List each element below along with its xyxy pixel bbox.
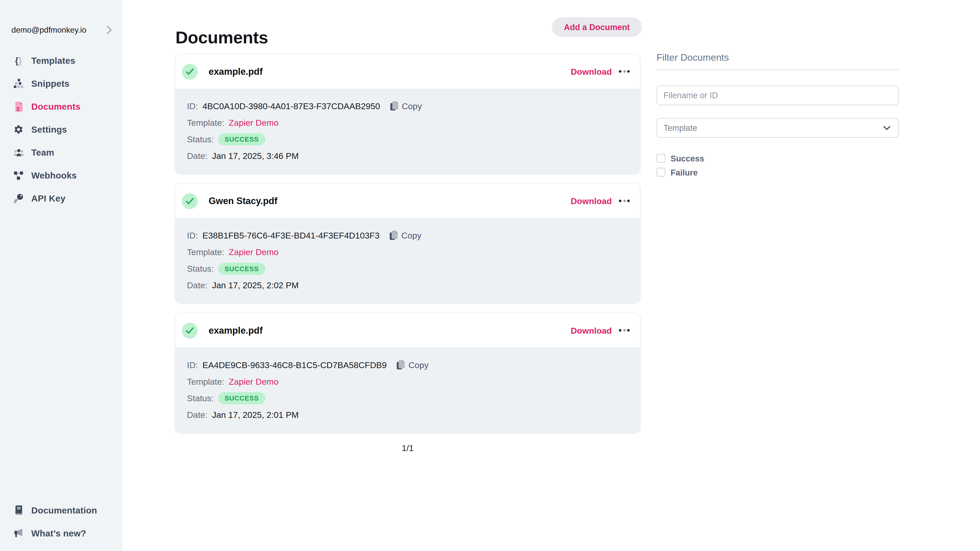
more-actions-menu[interactable] — [617, 197, 631, 205]
status-label: Status: — [187, 264, 214, 273]
sidebar-footer: Documentation What’s new? — [0, 499, 123, 545]
account-switcher[interactable]: demo@pdfmonkey.io — [11, 25, 112, 35]
failure-filter-row[interactable]: Failure — [657, 165, 899, 179]
copy-label: Copy — [402, 101, 422, 111]
copy-id-button[interactable]: Copy — [390, 101, 422, 111]
copy-label: Copy — [401, 230, 422, 240]
template-link[interactable]: Zapier Demo — [229, 247, 278, 257]
document-id-row: ID: E38B1FB5-76C6-4F3E-BD41-4F3EF4D103F3… — [187, 227, 628, 244]
document-card-header: Gwen Stacy.pdf Download — [176, 184, 640, 219]
sidebar-item-label: Team — [32, 148, 54, 158]
status-label: Status: — [187, 134, 214, 144]
template-label: Template: — [187, 247, 224, 257]
sidebar-item-label: Documents — [32, 102, 81, 112]
filter-divider — [657, 70, 899, 70]
id-label: ID: — [187, 230, 198, 240]
failure-checkbox-label: Failure — [671, 167, 698, 177]
sidebar-item-whats-new[interactable]: What’s new? — [0, 522, 123, 545]
document-card-header: example.pdf Download — [176, 313, 640, 348]
status-badge: SUCCESS — [218, 392, 265, 404]
document-date-row: Date: Jan 17, 2025, 2:02 PM — [187, 277, 628, 293]
copy-label: Copy — [408, 360, 428, 370]
sidebar-item-label: Templates — [32, 56, 76, 66]
sidebar-item-settings[interactable]: Settings — [0, 118, 123, 141]
status-badge: SUCCESS — [218, 262, 265, 275]
sidebar-item-label: Documentation — [32, 505, 97, 515]
template-select-value: Template — [663, 123, 883, 133]
id-label: ID: — [187, 101, 198, 111]
sidebar-item-snippets[interactable]: Snippets — [0, 72, 123, 95]
template-select[interactable]: Template — [657, 118, 899, 138]
success-check-icon — [182, 193, 198, 209]
sidebar-nav: {} Templates Snippets — [0, 49, 123, 210]
copy-icon — [396, 360, 405, 370]
sidebar-item-api-key[interactable]: API Key — [0, 187, 123, 210]
document-status-row: Status: SUCCESS — [187, 260, 628, 277]
account-email: demo@pdfmonkey.io — [11, 25, 107, 35]
status-label: Status: — [187, 393, 214, 403]
more-actions-menu[interactable] — [617, 68, 631, 75]
document-id: 4BC0A10D-3980-4A01-87E3-F37CDAAB2950 — [202, 101, 380, 111]
sidebar-item-documentation[interactable]: Documentation — [0, 499, 123, 522]
document-id-row: ID: 4BC0A10D-3980-4A01-87E3-F37CDAAB2950… — [187, 98, 628, 114]
success-check-icon — [182, 322, 198, 338]
document-date: Jan 17, 2025, 2:01 PM — [212, 410, 299, 419]
template-label: Template: — [187, 118, 224, 127]
document-card: example.pdf Download ID: EA4DE9CB-9633-4… — [176, 313, 640, 433]
success-checkbox[interactable] — [657, 154, 666, 163]
document-status-row: Status: SUCCESS — [187, 131, 628, 148]
team-icon — [13, 148, 24, 158]
date-label: Date: — [187, 410, 208, 419]
success-check-icon — [182, 64, 198, 79]
document-list: example.pdf Download ID: 4BC0A10D-3980-4… — [176, 54, 640, 433]
date-label: Date: — [187, 151, 208, 160]
copy-icon — [390, 101, 399, 111]
sidebar-item-label: Settings — [32, 124, 67, 135]
document-icon — [13, 102, 24, 112]
sidebar-item-documents[interactable]: Documents — [0, 95, 123, 118]
document-template-row: Template: Zapier Demo — [187, 244, 628, 260]
document-card-body: ID: E38B1FB5-76C6-4F3E-BD41-4F3EF4D103F3… — [176, 219, 640, 303]
more-actions-menu[interactable] — [617, 327, 631, 334]
copy-icon — [389, 230, 398, 241]
document-filename: Gwen Stacy.pdf — [209, 196, 277, 206]
pagination-indicator: 1/1 — [176, 443, 640, 453]
webhooks-icon — [13, 170, 24, 181]
page-title: Documents — [176, 28, 268, 48]
filter-panel: Filter Documents Template Success Failur… — [657, 52, 899, 179]
copy-id-button[interactable]: Copy — [389, 230, 422, 241]
megaphone-icon — [13, 528, 24, 538]
id-label: ID: — [187, 360, 198, 370]
document-id-row: ID: EA4DE9CB-9633-46C8-B1C5-CD7BA58CFDB9… — [187, 357, 628, 373]
status-filter-group: Success Failure — [657, 151, 899, 179]
status-badge: SUCCESS — [218, 133, 265, 145]
document-date: Jan 17, 2025, 2:02 PM — [212, 280, 299, 290]
document-id: E38B1FB5-76C6-4F3E-BD41-4F3EF4D103F3 — [202, 230, 380, 240]
filename-or-id-input[interactable] — [657, 86, 899, 105]
document-card: example.pdf Download ID: 4BC0A10D-3980-4… — [176, 54, 640, 174]
download-link[interactable]: Download — [571, 67, 612, 76]
template-link[interactable]: Zapier Demo — [229, 376, 278, 386]
braces-icon: {} — [13, 56, 24, 66]
document-id: EA4DE9CB-9633-46C8-B1C5-CD7BA58CFDB9 — [202, 360, 387, 370]
success-filter-row[interactable]: Success — [657, 151, 899, 165]
failure-checkbox[interactable] — [657, 168, 666, 177]
template-link[interactable]: Zapier Demo — [229, 118, 278, 127]
copy-id-button[interactable]: Copy — [396, 360, 428, 370]
sidebar-item-team[interactable]: Team — [0, 141, 123, 164]
book-icon — [13, 505, 24, 515]
chevron-right-icon[interactable] — [107, 25, 113, 35]
sidebar-item-templates[interactable]: {} Templates — [0, 49, 123, 72]
sidebar-item-webhooks[interactable]: Webhooks — [0, 164, 123, 187]
filter-title: Filter Documents — [657, 52, 899, 63]
add-document-button[interactable]: Add a Document — [552, 17, 642, 37]
sidebar-item-label: What’s new? — [32, 528, 86, 538]
gear-icon — [13, 124, 24, 135]
sidebar-item-label: Webhooks — [32, 170, 77, 181]
download-link[interactable]: Download — [571, 196, 612, 206]
date-label: Date: — [187, 280, 208, 290]
document-template-row: Template: Zapier Demo — [187, 114, 628, 131]
download-link[interactable]: Download — [571, 326, 612, 335]
document-template-row: Template: Zapier Demo — [187, 373, 628, 390]
document-card: Gwen Stacy.pdf Download ID: E38B1FB5-76C… — [176, 184, 640, 303]
